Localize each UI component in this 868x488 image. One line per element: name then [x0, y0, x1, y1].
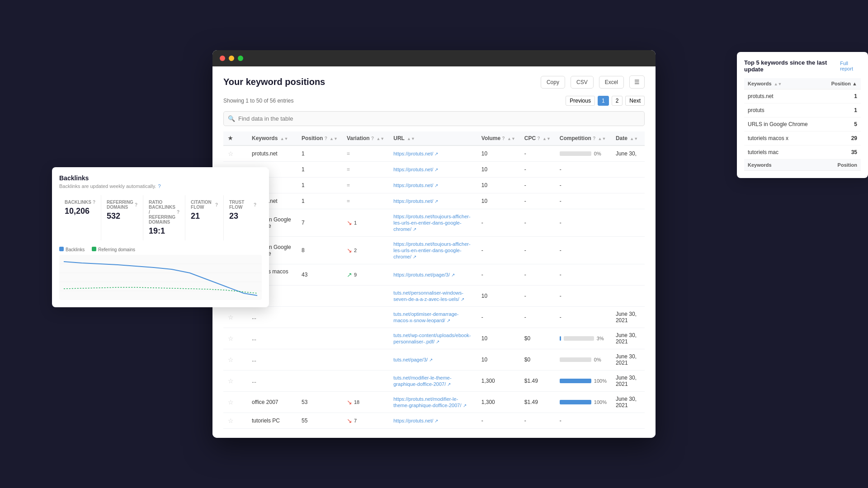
competition-bar [560, 400, 591, 404]
backlinks-stats: BACKLINKS ? 10,206 REFERRING DOMAINS ? 5… [212, 195, 262, 240]
keyword-cell: protuts.net [247, 145, 297, 162]
stat-block: TRUST FLOW ? 23 [224, 195, 262, 240]
url-link[interactable]: https://protuts.net/toujours-afficher-le… [393, 241, 470, 259]
competition-pct: 100% [594, 378, 607, 384]
next-page-button[interactable]: Next [625, 96, 645, 106]
url-link[interactable]: https://protuts.net/ ↗ [393, 151, 438, 156]
stat-help-icon[interactable]: ? [254, 202, 256, 207]
date-cell [611, 209, 645, 237]
search-input[interactable] [223, 111, 645, 126]
variation-down-icon: ↘ [347, 417, 352, 424]
page-2-button[interactable]: 2 [612, 96, 623, 106]
url-link[interactable]: tuts.net/personnaliser-windows-seven-de-… [393, 290, 464, 302]
th-competition[interactable]: Competition ? ▲▼ [555, 131, 611, 145]
variation-cell [342, 328, 389, 349]
variation-cell [342, 307, 389, 328]
variation-cell [342, 286, 389, 307]
variation-num: 1 [354, 220, 357, 225]
chart-legend: Backlinks Referring domains [212, 247, 262, 252]
cpc-cell: - [520, 307, 555, 328]
prev-page-button[interactable]: Previous [566, 96, 595, 106]
th-star[interactable]: ★ [223, 131, 238, 145]
volume-cell: 10 [477, 145, 520, 162]
volume-cell: - [477, 413, 520, 429]
th-cpc[interactable]: CPC ? ▲▼ [520, 131, 555, 145]
url-link[interactable]: https://protuts.net/modifier-le-theme-gr… [393, 396, 466, 408]
url-link[interactable]: tuts.net/wp-content/uploads/ebook-person… [393, 333, 471, 344]
page-1-button[interactable]: 1 [598, 96, 609, 106]
url-cell: https://protuts.net/toujours-afficher-le… [389, 237, 477, 264]
table-row: ☆protuts1=https://protuts.net/ ↗10-- [223, 178, 645, 193]
backlinks-title: Backlinks [212, 174, 262, 182]
url-link[interactable]: https://protuts.net/ ↗ [393, 183, 438, 188]
star-icon[interactable]: ☆ [228, 150, 234, 157]
date-cell: June 30, 2021 [611, 392, 645, 413]
table-row: ☆...tuts.net/personnaliser-windows-seven… [223, 286, 645, 307]
position-cell: 43 [297, 264, 342, 286]
competition-cell: - [555, 162, 611, 178]
csv-button[interactable]: CSV [571, 76, 594, 89]
star-icon[interactable]: ☆ [228, 377, 234, 385]
competition-cell: - [555, 286, 611, 307]
star-icon[interactable]: ☆ [228, 399, 234, 406]
table-row: ☆protuts.net1=https://protuts.net/ ↗10-0… [223, 145, 645, 162]
th-flag [238, 131, 247, 145]
position-cell: 1 [297, 162, 342, 178]
variation-cell: ↘7 [342, 413, 389, 429]
competition-cell: 0% [555, 349, 611, 371]
competition-pct: 0% [594, 151, 601, 156]
url-link[interactable]: https://protuts.net/toujours-afficher-le… [393, 214, 470, 232]
date-cell: June 30, [611, 145, 645, 162]
dot-yellow[interactable] [229, 56, 234, 61]
url-link[interactable]: https://protuts.net/page/3/ ↗ [393, 272, 455, 277]
star-icon[interactable]: ☆ [228, 417, 234, 424]
th-date[interactable]: Date ▲▼ [611, 131, 645, 145]
competition-bar-empty [560, 357, 591, 362]
url-cell: tuts.net/wp-content/uploads/ebook-person… [389, 328, 477, 349]
url-cell: tuts.net/personnaliser-windows-seven-de-… [389, 286, 477, 307]
position-cell [297, 286, 342, 307]
competition-bar-bg [564, 336, 594, 341]
stat-label: TRUST FLOW ? [229, 200, 256, 210]
menu-button[interactable]: ☰ [629, 75, 645, 89]
competition-pct: 0% [594, 357, 601, 362]
th-position[interactable]: Position ? ▲▼ [297, 131, 342, 145]
volume-cell: 10 [477, 286, 520, 307]
th-keywords[interactable]: Keywords ▲▼ [247, 131, 297, 145]
position-cell: 1 [297, 193, 342, 209]
competition-pct: 100% [594, 399, 607, 405]
variation-cell: ↘2 [342, 237, 389, 264]
variation-cell: = [342, 178, 389, 193]
url-link[interactable]: tuts.net/page/3/ ↗ [393, 357, 433, 362]
variation-up-icon: ↗ [347, 271, 352, 278]
flag-cell [238, 349, 247, 371]
dot-red[interactable] [220, 56, 225, 61]
date-cell [611, 162, 645, 178]
dot-green[interactable] [238, 56, 243, 61]
url-link[interactable]: tuts.net/optimiser-demarrage-macos-x-sno… [393, 311, 458, 323]
variation-cell: = [342, 193, 389, 209]
star-icon[interactable]: ☆ [228, 314, 234, 321]
position-cell: 8 [297, 237, 342, 264]
url-link[interactable]: https://protuts.net/ ↗ [393, 167, 438, 172]
url-link[interactable]: https://protuts.net/ ↗ [393, 198, 438, 204]
cpc-cell: $1.49 [520, 371, 555, 392]
url-cell: https://protuts.net/ ↗ [389, 193, 477, 209]
url-link[interactable]: tuts.net/modifier-le-theme-graphique-dof… [393, 375, 451, 387]
position-cell [297, 349, 342, 371]
excel-button[interactable]: Excel [599, 76, 624, 89]
competition-cell: - [555, 193, 611, 209]
position-cell: 1 [297, 178, 342, 193]
copy-button[interactable]: Copy [541, 76, 565, 89]
entries-count: Showing 1 to 50 of 56 entries [223, 98, 293, 104]
variation-cell [342, 371, 389, 392]
star-icon[interactable]: ☆ [228, 356, 234, 363]
stat-help-icon[interactable]: ? [215, 202, 218, 207]
th-volume[interactable]: Volume ? ▲▼ [477, 131, 520, 145]
cpc-cell: - [520, 193, 555, 209]
th-variation[interactable]: Variation ? ▲▼ [342, 131, 389, 145]
th-url[interactable]: URL ▲▼ [389, 131, 477, 145]
star-icon[interactable]: ☆ [228, 335, 234, 342]
url-link[interactable]: https://protuts.net/ ↗ [393, 418, 438, 423]
competition-cell: 100% [555, 392, 611, 413]
